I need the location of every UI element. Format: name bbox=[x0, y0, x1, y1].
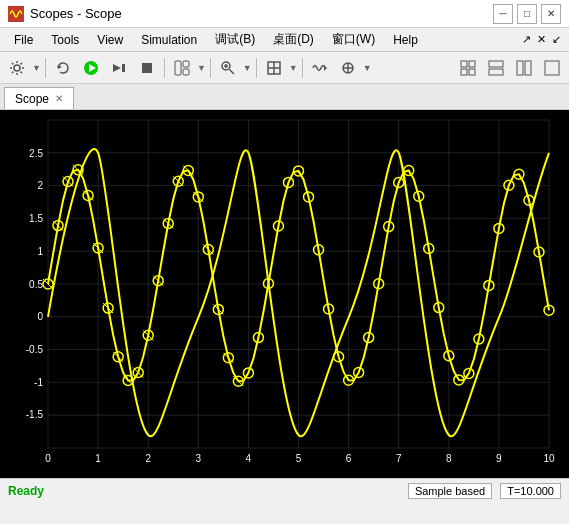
svg-text:3: 3 bbox=[196, 453, 202, 464]
svg-text:1: 1 bbox=[95, 453, 101, 464]
toolbar-sep-4 bbox=[256, 58, 257, 78]
axes-button[interactable] bbox=[261, 55, 287, 81]
svg-text:2: 2 bbox=[145, 453, 151, 464]
svg-text:2: 2 bbox=[37, 180, 43, 191]
svg-rect-24 bbox=[461, 69, 467, 75]
svg-rect-6 bbox=[122, 64, 125, 72]
tab-label: Scope bbox=[15, 92, 49, 106]
view-2h-button[interactable] bbox=[483, 55, 509, 81]
svg-text:5: 5 bbox=[296, 453, 302, 464]
time-badge: T=10.000 bbox=[500, 483, 561, 499]
svg-rect-8 bbox=[175, 61, 181, 75]
svg-text:1: 1 bbox=[37, 246, 43, 257]
svg-rect-25 bbox=[469, 69, 475, 75]
svg-rect-7 bbox=[142, 63, 152, 73]
axes-dropdown-arrow[interactable]: ▼ bbox=[289, 63, 298, 73]
svg-rect-27 bbox=[489, 69, 503, 75]
toolbar-sep-5 bbox=[302, 58, 303, 78]
tab-close-button[interactable]: ✕ bbox=[55, 93, 63, 104]
svg-marker-5 bbox=[113, 64, 121, 72]
svg-rect-28 bbox=[517, 61, 523, 75]
settings-button[interactable] bbox=[4, 55, 30, 81]
svg-text:-1.5: -1.5 bbox=[26, 409, 44, 420]
svg-rect-9 bbox=[183, 61, 189, 67]
stop-button[interactable] bbox=[134, 55, 160, 81]
plot-area[interactable]: 2.5 2 1.5 1 0.5 0 -0.5 -1 -1.5 0 1 2 3 4… bbox=[0, 110, 569, 478]
svg-rect-26 bbox=[489, 61, 503, 67]
svg-rect-23 bbox=[469, 61, 475, 67]
zoom-dropdown-arrow[interactable]: ▼ bbox=[243, 63, 252, 73]
arrow-icon[interactable]: ↙ bbox=[550, 31, 563, 48]
view-1-button[interactable] bbox=[539, 55, 565, 81]
scope-tab[interactable]: Scope ✕ bbox=[4, 87, 74, 109]
layout-button[interactable] bbox=[169, 55, 195, 81]
scope-plot: 2.5 2 1.5 1 0.5 0 -0.5 -1 -1.5 0 1 2 3 4… bbox=[0, 110, 569, 478]
svg-text:7: 7 bbox=[396, 453, 402, 464]
app-icon bbox=[8, 6, 24, 22]
menu-file[interactable]: File bbox=[6, 31, 41, 49]
status-bar: Ready Sample based T=10.000 bbox=[0, 478, 569, 502]
menu-tools[interactable]: Tools bbox=[43, 31, 87, 49]
cursor-button[interactable] bbox=[335, 55, 361, 81]
svg-point-1 bbox=[14, 65, 20, 71]
view-grid4-button[interactable] bbox=[455, 55, 481, 81]
tab-bar: Scope ✕ bbox=[0, 84, 569, 110]
sample-based-badge: Sample based bbox=[408, 483, 492, 499]
cursor-dropdown-arrow[interactable]: ▼ bbox=[363, 63, 372, 73]
toolbar: ▼ ▼ bbox=[0, 52, 569, 84]
status-right: Sample based T=10.000 bbox=[408, 483, 561, 499]
svg-rect-30 bbox=[545, 61, 559, 75]
svg-text:-1: -1 bbox=[34, 377, 43, 388]
reset-button[interactable] bbox=[50, 55, 76, 81]
svg-rect-22 bbox=[461, 61, 467, 67]
svg-text:2.5: 2.5 bbox=[29, 148, 43, 159]
close-button[interactable]: ✕ bbox=[541, 4, 561, 24]
toolbar-sep-1 bbox=[45, 58, 46, 78]
svg-text:4: 4 bbox=[246, 453, 252, 464]
svg-text:0.5: 0.5 bbox=[29, 279, 43, 290]
undock-icon[interactable]: ↗ bbox=[520, 31, 533, 48]
svg-text:0: 0 bbox=[37, 311, 43, 322]
menu-view[interactable]: View bbox=[89, 31, 131, 49]
menu-bar: File Tools View Simulation 调试(B) 桌面(D) 窗… bbox=[0, 28, 569, 52]
menu-desktop[interactable]: 桌面(D) bbox=[265, 29, 322, 50]
window-title: Scopes - Scope bbox=[30, 6, 487, 21]
title-bar: Scopes - Scope ─ □ ✕ bbox=[0, 0, 569, 28]
toolbar-sep-2 bbox=[164, 58, 165, 78]
menu-simulation[interactable]: Simulation bbox=[133, 31, 205, 49]
pin-icon[interactable]: ✕ bbox=[535, 31, 548, 48]
svg-line-12 bbox=[229, 69, 234, 74]
view-2v-button[interactable] bbox=[511, 55, 537, 81]
step-button[interactable] bbox=[106, 55, 132, 81]
layout-dropdown-arrow[interactable]: ▼ bbox=[197, 63, 206, 73]
svg-text:0: 0 bbox=[45, 453, 51, 464]
signal-button[interactable] bbox=[307, 55, 333, 81]
svg-rect-10 bbox=[183, 69, 189, 75]
minimize-button[interactable]: ─ bbox=[493, 4, 513, 24]
toolbar-sep-3 bbox=[210, 58, 211, 78]
svg-marker-18 bbox=[324, 65, 327, 71]
svg-text:9: 9 bbox=[496, 453, 502, 464]
svg-text:1.5: 1.5 bbox=[29, 213, 43, 224]
svg-text:-0.5: -0.5 bbox=[26, 344, 44, 355]
settings-dropdown-arrow[interactable]: ▼ bbox=[32, 63, 41, 73]
svg-rect-29 bbox=[525, 61, 531, 75]
window-controls: ─ □ ✕ bbox=[493, 4, 561, 24]
menu-debug[interactable]: 调试(B) bbox=[207, 29, 263, 50]
zoom-button[interactable] bbox=[215, 55, 241, 81]
menu-help[interactable]: Help bbox=[385, 31, 426, 49]
svg-text:10: 10 bbox=[543, 453, 555, 464]
status-ready-text: Ready bbox=[8, 484, 408, 498]
svg-marker-2 bbox=[58, 65, 62, 69]
maximize-button[interactable]: □ bbox=[517, 4, 537, 24]
svg-rect-31 bbox=[10, 110, 559, 478]
svg-text:8: 8 bbox=[446, 453, 452, 464]
run-button[interactable] bbox=[78, 55, 104, 81]
svg-text:6: 6 bbox=[346, 453, 352, 464]
menu-window[interactable]: 窗口(W) bbox=[324, 29, 383, 50]
